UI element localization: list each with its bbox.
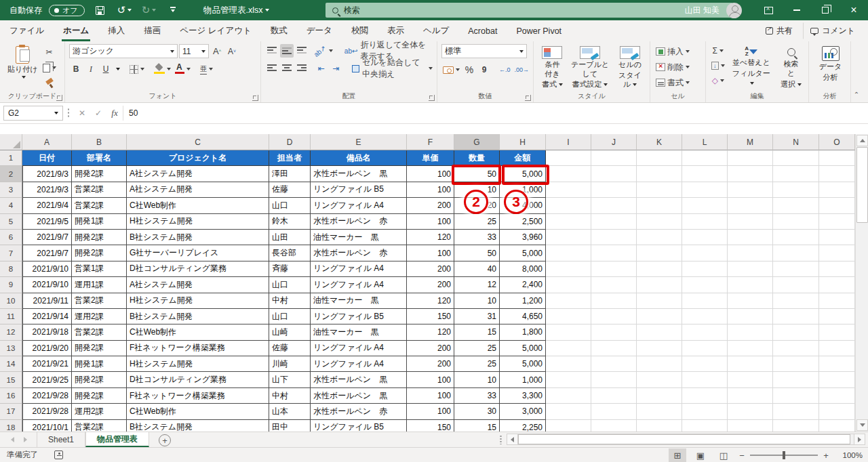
cell-A4[interactable]: 2021/9/4 <box>22 198 72 213</box>
cell-E15[interactable]: 水性ボールペン 黒 <box>311 372 407 387</box>
cell-H7[interactable]: 5,000 <box>500 245 546 261</box>
cell-L2[interactable] <box>682 166 728 182</box>
cell-M15[interactable] <box>728 372 773 387</box>
font-dialog-launcher[interactable] <box>252 95 258 101</box>
cell-B4[interactable]: 営業2課 <box>72 198 127 213</box>
cell-K18[interactable] <box>637 420 682 432</box>
cell-F5[interactable]: 100 <box>407 214 454 230</box>
cell-H1[interactable]: 金額 <box>500 150 546 166</box>
scroll-right-button[interactable] <box>854 434 865 445</box>
ribbon-display-options-button[interactable] <box>754 0 783 20</box>
middle-align-button[interactable] <box>280 44 294 58</box>
borders-button[interactable] <box>128 62 146 76</box>
cell-M8[interactable] <box>728 261 773 277</box>
cell-H2[interactable]: 5,000 <box>500 166 546 182</box>
tab-校閲[interactable]: 校閲 <box>342 20 378 41</box>
cell-H14[interactable]: 5,000 <box>500 356 546 372</box>
cell-J12[interactable] <box>591 324 637 340</box>
cell-I18[interactable] <box>546 420 591 432</box>
cell-C12[interactable]: C社Web制作 <box>127 324 269 340</box>
cell-N8[interactable] <box>773 261 819 277</box>
cell-C10[interactable]: H社システム開発 <box>127 293 269 309</box>
align-right-button[interactable] <box>295 62 309 75</box>
cell-H10[interactable]: 1,200 <box>500 293 546 309</box>
cell-E6[interactable]: 油性マーカー 黒 <box>311 230 407 245</box>
column-header-N[interactable]: N <box>773 134 819 150</box>
cell-C5[interactable]: H社システム開発 <box>127 214 269 230</box>
delete-cells-button[interactable]: 削除 <box>654 60 691 74</box>
scroll-up-button[interactable] <box>856 135 868 146</box>
cell-G5[interactable]: 25 <box>454 214 500 230</box>
cell-D3[interactable]: 佐藤 <box>269 182 311 198</box>
shrink-font-button[interactable]: A˅ <box>225 45 239 58</box>
cell-D11[interactable]: 山口 <box>269 309 311 324</box>
tab-Power Pivot[interactable]: Power Pivot <box>507 20 571 41</box>
cell-O14[interactable] <box>819 356 855 372</box>
accounting-format-button[interactable] <box>441 63 461 77</box>
cell-I15[interactable] <box>546 372 591 387</box>
cell-G9[interactable]: 12 <box>454 277 500 293</box>
tab-file[interactable]: ファイル <box>0 20 54 41</box>
cell-E16[interactable]: 水性ボールペン 黒 <box>311 388 407 404</box>
cell-O1[interactable] <box>819 150 855 166</box>
row-header-16[interactable]: 16 <box>0 388 22 404</box>
new-sheet-button[interactable]: + <box>159 434 171 446</box>
number-dialog-launcher[interactable] <box>525 95 531 101</box>
cell-O7[interactable] <box>819 245 855 261</box>
cell-K11[interactable] <box>637 309 682 324</box>
cell-K6[interactable] <box>637 230 682 245</box>
cell-M16[interactable] <box>728 388 773 404</box>
cell-A9[interactable]: 2021/9/10 <box>22 277 72 293</box>
cell-J4[interactable] <box>591 198 637 213</box>
cell-B15[interactable]: 開発2課 <box>72 372 127 387</box>
grow-font-button[interactable]: A^ <box>210 45 224 58</box>
cell-D14[interactable]: 川崎 <box>269 356 311 372</box>
cell-J8[interactable] <box>591 261 637 277</box>
cell-E17[interactable]: 水性ボールペン 赤 <box>311 404 407 419</box>
accessibility-check-icon[interactable] <box>54 450 63 459</box>
cell-N5[interactable] <box>773 214 819 230</box>
cell-M9[interactable] <box>728 277 773 293</box>
cell-K13[interactable] <box>637 341 682 356</box>
increase-decimal-button[interactable]: ←.0 <box>498 63 512 77</box>
autosave-toggle[interactable]: オフ <box>49 5 85 16</box>
cell-N18[interactable] <box>773 420 819 432</box>
row-header-6[interactable]: 6 <box>0 230 22 245</box>
scrollbar-resize-handle[interactable] <box>499 435 502 444</box>
data-analysis-button[interactable]: データ 分析 <box>813 44 848 85</box>
column-header-M[interactable]: M <box>728 134 773 150</box>
cell-O9[interactable] <box>819 277 855 293</box>
column-header-L[interactable]: L <box>682 134 728 150</box>
underline-button[interactable]: U <box>99 62 113 76</box>
cell-D7[interactable]: 長谷部 <box>269 245 311 261</box>
format-cells-button[interactable]: 書式 <box>654 76 691 89</box>
vertical-scrollbar[interactable] <box>855 134 868 432</box>
cell-D15[interactable]: 山下 <box>269 372 311 387</box>
percent-style-button[interactable]: % <box>462 63 476 77</box>
cell-G14[interactable]: 25 <box>454 356 500 372</box>
column-header-I[interactable]: I <box>546 134 591 150</box>
cell-K16[interactable] <box>637 388 682 404</box>
cell-F1[interactable]: 単価 <box>407 150 454 166</box>
wrap-text-button[interactable]: ab↩ 折り返して全体を表示する <box>343 44 434 58</box>
cell-L11[interactable] <box>682 309 728 324</box>
fill-button[interactable]: ↓ <box>710 59 726 72</box>
share-button[interactable]: 共有 <box>758 22 800 39</box>
row-header-7[interactable]: 7 <box>0 245 22 261</box>
cell-M3[interactable] <box>728 182 773 198</box>
column-header-A[interactable]: A <box>22 134 72 150</box>
cell-M6[interactable] <box>728 230 773 245</box>
cell-G11[interactable]: 31 <box>454 309 500 324</box>
row-header-9[interactable]: 9 <box>0 277 22 293</box>
cell-D9[interactable]: 山口 <box>269 277 311 293</box>
orientation-button[interactable]: ab↗ <box>315 44 332 58</box>
cell-B14[interactable]: 開発1課 <box>72 356 127 372</box>
cell-A1[interactable]: 日付 <box>22 150 72 166</box>
collapse-ribbon-button[interactable]: ⌃ <box>849 89 864 100</box>
horizontal-scroll-thumb[interactable] <box>518 434 850 444</box>
cell-L12[interactable] <box>682 324 728 340</box>
cell-B13[interactable]: 開発2課 <box>72 341 127 356</box>
cell-F18[interactable]: 150 <box>407 420 454 432</box>
vertical-scroll-thumb[interactable] <box>856 147 868 223</box>
cell-H9[interactable]: 2,400 <box>500 277 546 293</box>
